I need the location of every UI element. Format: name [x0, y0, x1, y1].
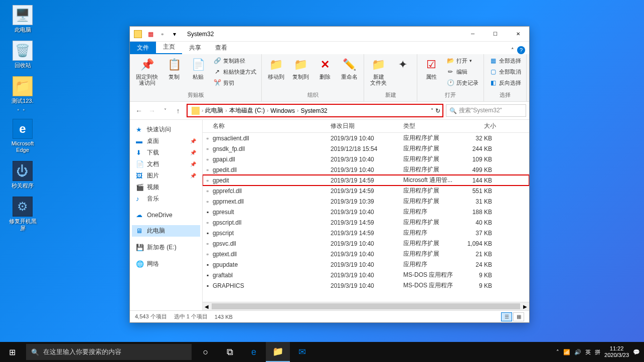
file-row[interactable]: ▫gpedit2019/3/19 14:59Microsoft 通用管...14… — [203, 175, 529, 186]
file-row[interactable]: ▫gpprefcl.dll2019/3/19 14:59应用程序扩展551 KB — [203, 186, 529, 196]
taskbar-search[interactable]: 🔍 在这里输入你要搜索的内容 — [26, 344, 192, 360]
tab-home[interactable]: 主页 — [156, 41, 182, 54]
horizontal-scrollbar[interactable]: ◀ ▶ — [203, 302, 529, 310]
sidebar-videos[interactable]: 🎬视频 — [132, 182, 200, 193]
qat-new-folder[interactable]: ▫ — [157, 29, 168, 40]
tray-volume-icon[interactable]: 🔊 — [574, 349, 581, 355]
sidebar-music[interactable]: ♪音乐 — [132, 193, 200, 205]
pin-to-quick-access-button[interactable]: 📌固定到快 速访问 — [133, 56, 161, 87]
breadcrumb-this-pc[interactable]: 此电脑 — [203, 106, 225, 115]
file-row[interactable]: ▫gnsdk_fp.dll2019/12/18 15:54应用程序扩展244 K… — [203, 143, 529, 154]
file-row[interactable]: ▪GRAPHICS2019/3/19 10:40MS-DOS 应用程序9 KB — [203, 280, 529, 291]
new-folder-button[interactable]: 📁新建 文件夹 — [367, 56, 390, 87]
cut-button[interactable]: ✂️剪切 — [211, 78, 258, 88]
qat-properties[interactable]: ▦ — [145, 29, 156, 40]
desktop-icon-test-folder[interactable]: 📁测试123. 。。 — [5, 76, 40, 111]
titlebar[interactable]: ▦ ▫ ▾ System32 ─ ☐ ✕ — [130, 27, 529, 42]
select-none-button[interactable]: ▢全部取消 — [487, 67, 523, 77]
move-to-button[interactable]: 📁移动到 — [265, 56, 287, 81]
column-size[interactable]: 大小 — [463, 122, 496, 130]
desktop-icon-recycle-bin[interactable]: 🗑️回收站 — [5, 41, 40, 69]
breadcrumb-windows[interactable]: Windows — [268, 107, 297, 114]
desktop-icon-this-pc[interactable]: 🖥️此电脑 — [5, 5, 40, 33]
column-name[interactable]: 名称 — [203, 122, 331, 130]
close-button[interactable]: ✕ — [507, 27, 529, 42]
copy-button[interactable]: 📋复制 — [163, 56, 185, 81]
desktop-icon-shutdown[interactable]: ⏻秒关程序 — [5, 161, 40, 189]
paste-button[interactable]: 📄粘贴 — [187, 56, 209, 81]
tab-file[interactable]: 文件 — [130, 42, 156, 54]
search-input[interactable]: 🔍 搜索"System32" — [446, 104, 526, 117]
icons-view-button[interactable]: ▦ — [513, 312, 524, 321]
copy-to-button[interactable]: 📁复制到 — [289, 56, 312, 81]
sidebar-documents[interactable]: 📄文档📌 — [132, 158, 200, 170]
path-icon: 🔗 — [213, 57, 221, 65]
taskbar-edge[interactable]: e — [242, 342, 266, 362]
file-row[interactable]: ▪gpupdate2019/3/19 10:40应用程序24 KB — [203, 259, 529, 270]
breadcrumb-system32[interactable]: System32 — [298, 107, 329, 114]
sidebar-this-pc[interactable]: 🖥此电脑 — [132, 225, 200, 237]
maximize-button[interactable]: ☐ — [484, 27, 507, 42]
file-size: 1,094 KB — [463, 240, 496, 247]
file-row[interactable]: ▪graftabl2019/3/19 10:40MS-DOS 应用程序9 KB — [203, 270, 529, 280]
help-icon[interactable]: ? — [517, 46, 525, 54]
minimize-button[interactable]: ─ — [461, 27, 484, 42]
file-row[interactable]: ▫gpsvc.dll2019/3/19 10:40应用程序扩展1,094 KB — [203, 238, 529, 249]
address-bar[interactable]: › 此电脑 › 本地磁盘 (C:) › Windows › System32 ˅… — [187, 104, 443, 117]
tray-notifications-icon[interactable]: 💬 — [633, 349, 640, 355]
tray-network-icon[interactable]: 📶 — [563, 349, 570, 355]
new-item-button[interactable]: ✦ — [392, 56, 414, 75]
tray-up-icon[interactable]: ˄ — [556, 349, 559, 355]
rename-button[interactable]: ✏️重命名 — [338, 56, 361, 81]
file-list[interactable]: ▫gmsaclient.dll2019/3/19 10:40应用程序扩展32 K… — [203, 133, 529, 302]
column-date[interactable]: 修改日期 — [331, 122, 403, 130]
start-button[interactable]: ⊞ — [0, 342, 24, 362]
tray-ime2[interactable]: 拼 — [595, 348, 600, 356]
tray-clock[interactable]: 11:22 2020/3/23 — [604, 345, 629, 358]
delete-button[interactable]: ✕删除 — [314, 56, 336, 81]
taskbar-taskview[interactable]: ⧉ — [218, 342, 242, 362]
sidebar-desktop[interactable]: ▬桌面📌 — [132, 135, 200, 147]
sidebar-quick-access[interactable]: ★快速访问 — [132, 124, 200, 135]
recent-dropdown[interactable]: ˅ — [159, 105, 171, 117]
sidebar-downloads[interactable]: ⬇下载📌 — [132, 147, 200, 158]
ribbon-collapse-icon[interactable]: ˄ — [511, 47, 514, 54]
tab-share[interactable]: 共享 — [182, 42, 208, 54]
sidebar-network[interactable]: 🌐网络 — [132, 258, 200, 270]
edit-button[interactable]: ✏编辑 — [444, 67, 480, 77]
open-button[interactable]: 📂打开▾ — [444, 56, 480, 66]
breadcrumb-drive-c[interactable]: 本地磁盘 (C:) — [227, 106, 267, 115]
properties-button[interactable]: ☑属性 — [420, 56, 442, 81]
file-row[interactable]: ▫gpscript.dll2019/3/19 14:59应用程序扩展40 KB — [203, 217, 529, 228]
file-row[interactable]: ▪gpscript2019/3/19 14:59应用程序37 KB — [203, 228, 529, 238]
tab-view[interactable]: 查看 — [208, 42, 234, 54]
taskbar-mail[interactable]: ✉ — [290, 342, 314, 362]
taskbar-explorer[interactable]: 📁 — [266, 342, 290, 362]
desktop-icon-repair[interactable]: ⚙修复开机黑 屏 — [5, 197, 40, 231]
file-row[interactable]: ▫gpedit.dll2019/3/19 10:40应用程序扩展499 KB — [203, 164, 529, 175]
details-view-button[interactable]: ☰ — [501, 312, 512, 321]
desktop-icon-edge[interactable]: eMicrosoft Edge — [5, 119, 40, 153]
file-row[interactable]: ▫gmsaclient.dll2019/3/19 10:40应用程序扩展32 K… — [203, 133, 529, 143]
back-button[interactable]: ← — [133, 105, 145, 117]
forward-button[interactable]: → — [146, 105, 158, 117]
taskbar-cortana[interactable]: ○ — [194, 342, 218, 362]
invert-selection-button[interactable]: ◧反向选择 — [487, 78, 523, 88]
tray-ime[interactable]: 英 — [585, 348, 591, 356]
sidebar-pictures[interactable]: 🖼图片📌 — [132, 170, 200, 182]
file-row[interactable]: ▫gpapi.dll2019/3/19 10:40应用程序扩展109 KB — [203, 154, 529, 164]
chevron-down-icon[interactable]: ˅ — [431, 108, 433, 113]
file-row[interactable]: ▫gpprnext.dll2019/3/19 10:39应用程序扩展31 KB — [203, 196, 529, 207]
column-type[interactable]: 类型 — [403, 122, 463, 130]
up-button[interactable]: ↑ — [172, 105, 184, 117]
paste-shortcut-button[interactable]: ↗粘贴快捷方式 — [211, 67, 258, 77]
refresh-button[interactable]: ↻ — [435, 107, 440, 114]
select-all-button[interactable]: ▦全部选择 — [487, 56, 523, 66]
sidebar-onedrive[interactable]: ☁OneDrive — [132, 210, 200, 220]
sidebar-new-volume[interactable]: 💾新加卷 (E:) — [132, 242, 200, 253]
history-button[interactable]: 🕐历史记录 — [444, 78, 480, 88]
qat-dropdown[interactable]: ▾ — [169, 29, 180, 40]
file-row[interactable]: ▪gpresult2019/3/19 10:40应用程序188 KB — [203, 207, 529, 217]
copy-path-button[interactable]: 🔗复制路径 — [211, 56, 258, 66]
file-row[interactable]: ▫gptext.dll2019/3/19 10:40应用程序扩展21 KB — [203, 249, 529, 259]
